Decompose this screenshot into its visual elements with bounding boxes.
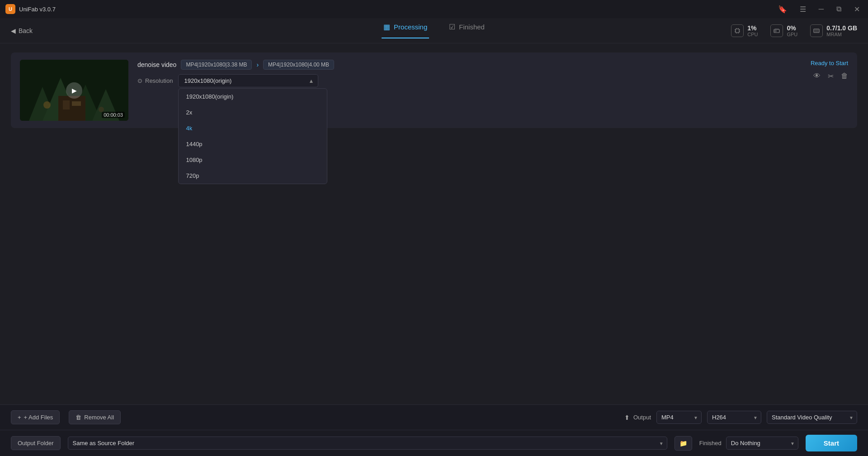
finished-action-select[interactable]: Do Nothing Shutdown Sleep (726, 437, 798, 450)
input-file-badge: MP4|1920x1080|3.38 MB (181, 60, 252, 70)
resolution-select[interactable]: 1920x1080(origin) (178, 74, 318, 87)
add-icon: + (18, 414, 21, 421)
svg-rect-25 (72, 101, 81, 106)
menu-icon[interactable]: ☰ (797, 3, 809, 15)
titlebar-controls: 🔖 ☰ ─ ⧉ ✕ (775, 3, 863, 15)
resolution-option-720p[interactable]: 720p (179, 168, 327, 184)
mram-icon (810, 24, 823, 37)
finished-section: Finished Do Nothing Shutdown Sleep ▼ (699, 437, 798, 450)
remove-all-button[interactable]: 🗑 Remove All (69, 410, 121, 424)
svg-point-26 (43, 101, 51, 109)
codec-select[interactable]: H264 H265 AV1 (707, 411, 761, 424)
quality-select-wrapper: Standard Video Quality High Video Qualit… (767, 411, 857, 424)
video-info: denoise video MP4|1920x1080|3.38 MB › MP… (137, 60, 848, 87)
resolution-option-1440p[interactable]: 1440p (179, 136, 327, 152)
svg-rect-13 (775, 30, 776, 32)
quality-select[interactable]: Standard Video Quality High Video Qualit… (767, 411, 857, 424)
resolution-label: ⊙ Resolution (137, 77, 173, 84)
close-button[interactable]: ✕ (851, 3, 863, 15)
video-title-row: denoise video MP4|1920x1080|3.38 MB › MP… (137, 60, 848, 70)
resolution-row: ⊙ Resolution 1920x1080(origin) ▲ 1920x10… (137, 74, 848, 87)
resolution-clock-icon: ⊙ (137, 77, 142, 84)
upload-icon: ⬆ (624, 414, 630, 421)
output-section: ⬆ Output MP4 MKV AVI MOV ▼ H264 H265 AV1… (624, 411, 857, 424)
output-file-badge: MP4|1920x1080|4.00 MB (263, 60, 334, 70)
titlebar: U UniFab v3.0.7 🔖 ☰ ─ ⧉ ✕ (0, 0, 868, 18)
cut-icon[interactable]: ✂ (828, 72, 834, 81)
resolution-select-wrapper: 1920x1080(origin) ▲ (178, 74, 318, 87)
restore-button[interactable]: ⧉ (834, 3, 844, 15)
svg-rect-24 (63, 100, 70, 109)
format-select[interactable]: MP4 MKV AVI MOV (656, 411, 702, 424)
browse-folder-button[interactable]: 📁 (675, 436, 692, 451)
add-files-button[interactable]: + + Add Files (11, 410, 60, 424)
resolution-dropdown-container: 1920x1080(origin) ▲ 1920x1080(origin) 2x… (178, 74, 318, 87)
bookmark-icon[interactable]: 🔖 (775, 3, 790, 15)
main-content: ▶ 00:00:03 denoise video MP4|1920x1080|3… (0, 43, 868, 137)
arrow-icon: › (256, 61, 259, 68)
bottom-row2: Output Folder Same as Source Folder ▼ 📁 … (0, 430, 868, 456)
app-logo: U (5, 4, 15, 14)
video-duration: 00:00:03 (102, 112, 125, 118)
card-actions: Ready to Start 👁 ✂ 🗑 (811, 60, 848, 81)
delete-icon[interactable]: 🗑 (841, 72, 848, 81)
resolution-option-origin[interactable]: 1920x1080(origin) (179, 89, 327, 104)
preview-icon[interactable]: 👁 (813, 72, 821, 81)
app-title: UniFab v3.0.7 (19, 6, 56, 13)
play-button[interactable]: ▶ (66, 82, 82, 99)
tab-finished[interactable]: ☑ Finished (447, 23, 486, 38)
back-chevron-icon: ◀ (11, 27, 16, 34)
output-path-select[interactable]: Same as Source Folder (68, 437, 667, 450)
video-thumbnail[interactable]: ▶ 00:00:03 (20, 60, 128, 121)
bottombar: + + Add Files 🗑 Remove All ⬆ Output MP4 … (0, 404, 868, 456)
start-button[interactable]: Start (806, 435, 857, 451)
mram-stat: 0.7/1.0 GB MRAM (810, 24, 857, 37)
gpu-icon (770, 24, 783, 37)
finished-select-wrapper: Do Nothing Shutdown Sleep ▼ (726, 437, 798, 450)
nav-tabs: ▦ Processing ☑ Finished (382, 23, 486, 38)
ready-to-start-label: Ready to Start (811, 60, 848, 66)
bottom-row1: + + Add Files 🗑 Remove All ⬆ Output MP4 … (0, 405, 868, 430)
output-label-group: ⬆ Output (624, 414, 651, 421)
cpu-icon (731, 24, 744, 37)
cpu-stat: 1% CPU (731, 24, 758, 37)
action-icons: 👁 ✂ 🗑 (813, 72, 848, 81)
header: ◀ Back ▦ Processing ☑ Finished (0, 18, 868, 43)
back-button[interactable]: ◀ Back (11, 27, 33, 34)
header-stats: 1% CPU 0% GPU (731, 24, 857, 37)
resolution-option-1080p[interactable]: 1080p (179, 152, 327, 168)
minimize-button[interactable]: ─ (816, 3, 826, 15)
remove-icon: 🗑 (75, 414, 81, 421)
output-folder-button[interactable]: Output Folder (11, 436, 61, 450)
output-path-wrapper: Same as Source Folder ▼ (68, 437, 667, 450)
tab-processing[interactable]: ▦ Processing (382, 23, 429, 38)
resolution-option-4k[interactable]: 4k (179, 120, 327, 136)
resolution-dropdown-menu: 1920x1080(origin) 2x 4k 1440p 1080p 720p (178, 88, 327, 184)
codec-select-wrapper: H264 H265 AV1 ▼ (707, 411, 761, 424)
video-card: ▶ 00:00:03 denoise video MP4|1920x1080|3… (11, 52, 857, 128)
format-select-wrapper: MP4 MKV AVI MOV ▼ (656, 411, 702, 424)
video-name: denoise video (137, 61, 176, 68)
svg-rect-23 (58, 96, 85, 121)
gpu-stat: 0% GPU (770, 24, 797, 37)
svg-rect-0 (736, 29, 739, 33)
resolution-option-2x[interactable]: 2x (179, 104, 327, 120)
